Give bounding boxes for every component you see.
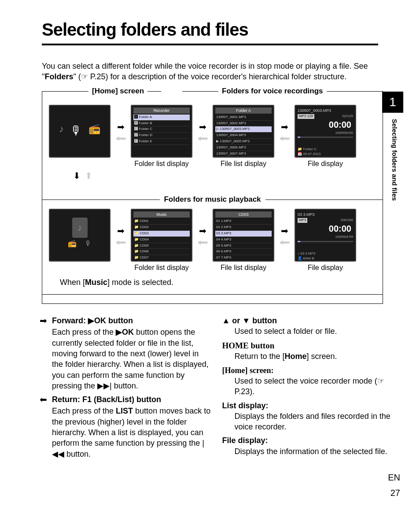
folder-list-caption: Folder list display [134,262,189,273]
forward-text: Each press of the ▶OK button opens the c… [52,327,211,391]
nav-arrows: ➡⬅ [113,226,129,247]
page-number: 27 [391,487,400,499]
file-display-voice: 130507_0003.MP3 MP3 128 02/125 00:00 100… [295,105,356,158]
intro-text: You can select a different folder while … [42,61,378,82]
nav-arrows: ➡⬅ [195,226,210,247]
folder-list-caption: Folder list display [134,158,189,169]
language-code: EN [388,472,400,484]
navigation-diagram: [Home] screen Folders for voice recordin… [42,91,383,304]
folder-list-music: Music 📁 CD01 📁 CD02 📁 CD03 📁 CD04 📁 CD05… [131,209,192,262]
return-arrow-icon: ⬅ [40,394,52,405]
updown-text: Used to select a folder or file. [235,326,394,336]
file-list-voice: Folder A 130507_0001.MP3 130507_0002.MP3… [213,105,274,158]
home-screen-label: [Home] screen [88,86,147,96]
file-display-music: 03 3.MP3 MP3 100/100 00:00 100% 04:59 ♪ … [295,209,356,262]
nav-arrows: ➡⬅ [276,122,292,143]
forward-heading: Forward: ▶OK button [52,315,133,326]
file-display-text: Displays the information of the selected… [235,446,394,457]
list-display-text: Displays the folders and files recorded … [235,411,394,432]
folder-list-voice: Recorder 🅰 Folder A 🅱 Folder B 🅲 Folder … [131,105,192,158]
voice-row: ♪🎙📻 ➡⬅ Recorder 🅰 Folder A 🅱 Folder B 🅲 … [47,92,378,169]
music-folders-label: Folders for music playback [159,195,265,205]
side-section-title: Selecting folders and files [390,119,399,201]
music-mode-note: When [Music] mode is selected. [47,273,378,288]
home-button-text: Return to the [Home] screen. [235,351,394,362]
home-screen-text: Used to select the voice recorder mode (… [235,376,394,397]
file-display-caption: File display [308,158,343,169]
home-screen-subhead: [Home] screen: [222,365,394,376]
music-box: Folders for music playback ♪ 📻🎙 ➡⬅ Music… [42,200,383,295]
return-text: Each press of the LIST button moves back… [52,406,211,459]
right-column: ▲ or ▼ button Used to select a folder or… [222,315,394,462]
return-heading: Return: F1 (Back/List) button [52,394,161,405]
page-title: Selecting folders and files [42,18,420,41]
chapter-number: 1 [382,92,403,113]
file-list-caption: File list display [221,158,266,169]
down-arrow-icon: ⬇ [73,170,81,182]
left-column: ➡ Forward: ▶OK button Each press of the … [40,315,211,462]
updown-heading: ▲ or ▼ button [222,315,394,326]
file-display-caption: File display [308,262,343,273]
nav-arrows: ➡⬅ [113,122,129,143]
file-display-subhead: File display: [222,435,394,446]
nav-arrows: ➡⬅ [276,226,292,247]
home-screen-music: ♪ 📻🎙 [49,209,111,262]
list-display-subhead: List display: [222,400,394,411]
forward-arrow-icon: ➡ [40,315,52,326]
title-rule [42,44,378,45]
file-list-caption: File list display [221,262,266,273]
home-button-heading: HOME button [222,340,394,351]
nav-arrows: ➡⬅ [195,122,210,143]
home-screen-voice: ♪🎙📻 [49,105,111,158]
file-list-music: CD03 01 1.MP3 02 2.MP3 03 3.MP3 04 4.MP3… [213,209,274,262]
voice-folders-label: Folders for voice recordings [218,86,327,96]
up-arrow-icon: ⬆ [85,170,92,182]
